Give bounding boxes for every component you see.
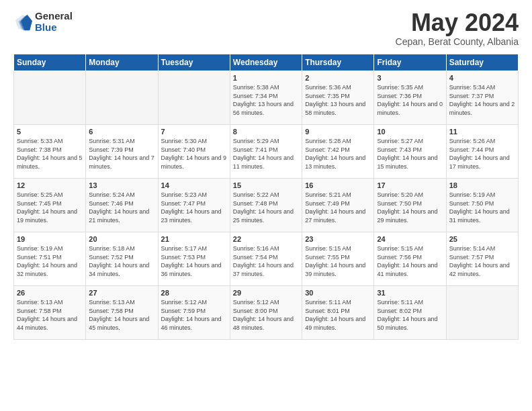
title-section: May 2024 Cepan, Berat County, Albania <box>396 11 519 47</box>
day-info: Sunrise: 5:24 AMSunset: 7:46 PMDaylight:… <box>89 191 154 224</box>
day-info: Sunrise: 5:25 AMSunset: 7:45 PMDaylight:… <box>17 191 83 224</box>
day-number: 12 <box>17 181 83 189</box>
day-info: Sunrise: 5:17 AMSunset: 7:53 PMDaylight:… <box>161 244 227 278</box>
day-info: Sunrise: 5:35 AMSunset: 7:36 PMDaylight:… <box>377 83 443 117</box>
table-row: 7Sunrise: 5:30 AMSunset: 7:40 PMDaylight… <box>158 125 230 179</box>
calendar-week-row: 1Sunrise: 5:38 AMSunset: 7:34 PMDaylight… <box>14 71 519 125</box>
day-number: 25 <box>449 235 515 243</box>
table-row: 24Sunrise: 5:15 AMSunset: 7:56 PMDayligh… <box>374 232 446 286</box>
day-info: Sunrise: 5:21 AMSunset: 7:49 PMDaylight:… <box>305 191 371 224</box>
day-info: Sunrise: 5:13 AMSunset: 7:58 PMDaylight:… <box>17 298 83 332</box>
day-number: 17 <box>377 181 443 189</box>
calendar-week-row: 26Sunrise: 5:13 AMSunset: 7:58 PMDayligh… <box>14 286 519 340</box>
table-row: 10Sunrise: 5:27 AMSunset: 7:43 PMDayligh… <box>374 125 446 179</box>
table-row: 26Sunrise: 5:13 AMSunset: 7:58 PMDayligh… <box>14 286 86 340</box>
day-number: 1 <box>233 74 299 82</box>
day-number: 29 <box>233 289 299 297</box>
day-number: 15 <box>233 181 299 189</box>
table-row: 4Sunrise: 5:34 AMSunset: 7:37 PMDaylight… <box>446 71 518 125</box>
day-info: Sunrise: 5:18 AMSunset: 7:52 PMDaylight:… <box>89 244 154 278</box>
day-number: 27 <box>89 289 154 297</box>
table-row <box>446 286 518 340</box>
table-row: 8Sunrise: 5:29 AMSunset: 7:41 PMDaylight… <box>230 125 302 179</box>
day-number: 9 <box>305 128 371 136</box>
day-number: 6 <box>89 128 154 136</box>
table-row: 21Sunrise: 5:17 AMSunset: 7:53 PMDayligh… <box>158 232 230 286</box>
logo-blue: Blue <box>35 22 73 34</box>
month-title: May 2024 <box>396 11 519 35</box>
day-number: 19 <box>17 235 83 243</box>
calendar-week-row: 5Sunrise: 5:33 AMSunset: 7:38 PMDaylight… <box>14 125 519 179</box>
day-info: Sunrise: 5:15 AMSunset: 7:56 PMDaylight:… <box>377 244 443 278</box>
table-row: 6Sunrise: 5:31 AMSunset: 7:39 PMDaylight… <box>86 125 158 179</box>
table-row: 5Sunrise: 5:33 AMSunset: 7:38 PMDaylight… <box>14 125 86 179</box>
day-number: 14 <box>161 181 227 189</box>
day-info: Sunrise: 5:22 AMSunset: 7:48 PMDaylight:… <box>233 191 299 224</box>
day-number: 7 <box>161 128 227 136</box>
col-tuesday: Tuesday <box>158 54 230 71</box>
table-row: 9Sunrise: 5:28 AMSunset: 7:42 PMDaylight… <box>302 125 374 179</box>
day-number: 23 <box>305 235 371 243</box>
table-row: 1Sunrise: 5:38 AMSunset: 7:34 PMDaylight… <box>230 71 302 125</box>
table-row: 27Sunrise: 5:13 AMSunset: 7:58 PMDayligh… <box>86 286 158 340</box>
day-number: 11 <box>449 128 515 136</box>
day-info: Sunrise: 5:11 AMSunset: 8:02 PMDaylight:… <box>377 298 443 332</box>
day-number: 5 <box>17 128 83 136</box>
day-number: 28 <box>161 289 227 297</box>
logo-general: General <box>35 11 73 22</box>
day-number: 20 <box>89 235 154 243</box>
day-number: 18 <box>449 181 515 189</box>
table-row: 29Sunrise: 5:12 AMSunset: 8:00 PMDayligh… <box>230 286 302 340</box>
logo: General Blue <box>13 11 73 33</box>
table-row: 18Sunrise: 5:19 AMSunset: 7:50 PMDayligh… <box>446 179 518 232</box>
table-row: 12Sunrise: 5:25 AMSunset: 7:45 PMDayligh… <box>14 179 86 232</box>
day-info: Sunrise: 5:29 AMSunset: 7:41 PMDaylight:… <box>233 137 299 171</box>
day-info: Sunrise: 5:20 AMSunset: 7:50 PMDaylight:… <box>377 191 443 224</box>
calendar-week-row: 12Sunrise: 5:25 AMSunset: 7:45 PMDayligh… <box>14 179 519 232</box>
day-info: Sunrise: 5:34 AMSunset: 7:37 PMDaylight:… <box>449 83 515 117</box>
day-info: Sunrise: 5:28 AMSunset: 7:42 PMDaylight:… <box>305 137 371 171</box>
col-saturday: Saturday <box>446 54 518 71</box>
day-number: 30 <box>305 289 371 297</box>
day-number: 10 <box>377 128 443 136</box>
day-info: Sunrise: 5:12 AMSunset: 8:00 PMDaylight:… <box>233 298 299 332</box>
table-row: 11Sunrise: 5:26 AMSunset: 7:44 PMDayligh… <box>446 125 518 179</box>
day-info: Sunrise: 5:36 AMSunset: 7:35 PMDaylight:… <box>305 83 371 117</box>
logo-text: General Blue <box>35 11 73 33</box>
day-info: Sunrise: 5:15 AMSunset: 7:55 PMDaylight:… <box>305 244 371 278</box>
day-info: Sunrise: 5:12 AMSunset: 7:59 PMDaylight:… <box>161 298 227 332</box>
col-sunday: Sunday <box>14 54 86 71</box>
day-info: Sunrise: 5:38 AMSunset: 7:34 PMDaylight:… <box>233 83 299 117</box>
day-number: 16 <box>305 181 371 189</box>
day-info: Sunrise: 5:23 AMSunset: 7:47 PMDaylight:… <box>161 191 227 224</box>
table-row <box>86 71 158 125</box>
day-info: Sunrise: 5:16 AMSunset: 7:54 PMDaylight:… <box>233 244 299 278</box>
day-number: 8 <box>233 128 299 136</box>
day-info: Sunrise: 5:13 AMSunset: 7:58 PMDaylight:… <box>89 298 154 332</box>
day-number: 24 <box>377 235 443 243</box>
header: General Blue May 2024 Cepan, Berat Count… <box>13 11 519 47</box>
col-monday: Monday <box>86 54 158 71</box>
day-info: Sunrise: 5:33 AMSunset: 7:38 PMDaylight:… <box>17 137 83 171</box>
day-info: Sunrise: 5:27 AMSunset: 7:43 PMDaylight:… <box>377 137 443 171</box>
day-info: Sunrise: 5:19 AMSunset: 7:50 PMDaylight:… <box>449 191 515 224</box>
day-info: Sunrise: 5:19 AMSunset: 7:51 PMDaylight:… <box>17 244 83 278</box>
logo-icon <box>13 13 32 32</box>
page: General Blue May 2024 Cepan, Berat Count… <box>0 0 532 411</box>
table-row: 22Sunrise: 5:16 AMSunset: 7:54 PMDayligh… <box>230 232 302 286</box>
col-wednesday: Wednesday <box>230 54 302 71</box>
day-number: 2 <box>305 74 371 82</box>
col-thursday: Thursday <box>302 54 374 71</box>
table-row: 28Sunrise: 5:12 AMSunset: 7:59 PMDayligh… <box>158 286 230 340</box>
table-row: 23Sunrise: 5:15 AMSunset: 7:55 PMDayligh… <box>302 232 374 286</box>
calendar: Sunday Monday Tuesday Wednesday Thursday… <box>13 54 519 340</box>
table-row: 3Sunrise: 5:35 AMSunset: 7:36 PMDaylight… <box>374 71 446 125</box>
table-row: 20Sunrise: 5:18 AMSunset: 7:52 PMDayligh… <box>86 232 158 286</box>
day-info: Sunrise: 5:11 AMSunset: 8:01 PMDaylight:… <box>305 298 371 332</box>
day-info: Sunrise: 5:26 AMSunset: 7:44 PMDaylight:… <box>449 137 515 171</box>
table-row: 17Sunrise: 5:20 AMSunset: 7:50 PMDayligh… <box>374 179 446 232</box>
calendar-header-row: Sunday Monday Tuesday Wednesday Thursday… <box>14 54 519 71</box>
day-number: 22 <box>233 235 299 243</box>
day-number: 31 <box>377 289 443 297</box>
table-row: 30Sunrise: 5:11 AMSunset: 8:01 PMDayligh… <box>302 286 374 340</box>
